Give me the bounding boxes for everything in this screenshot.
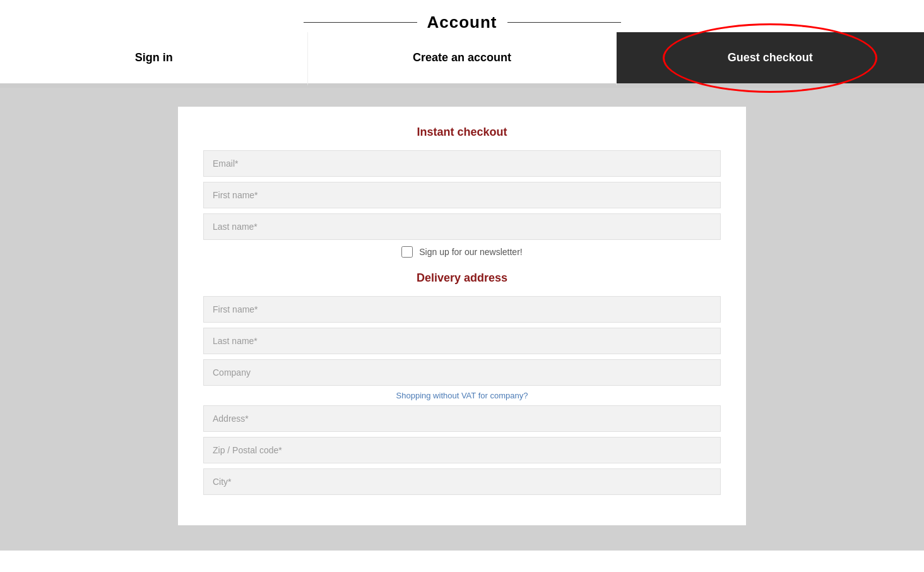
account-title-row: Account	[0, 13, 924, 32]
delivery-last-name-field[interactable]	[203, 328, 721, 354]
instant-first-name-field[interactable]	[203, 182, 721, 208]
company-field[interactable]	[203, 359, 721, 386]
address-field[interactable]	[203, 405, 721, 432]
main-content: Instant checkout Sign up for our newslet…	[0, 88, 924, 551]
page-title: Account	[427, 13, 497, 32]
city-field[interactable]	[203, 468, 721, 495]
newsletter-checkbox[interactable]	[401, 246, 413, 258]
delivery-address-title: Delivery address	[203, 271, 721, 285]
vat-link[interactable]: Shopping without VAT for company?	[203, 391, 721, 400]
title-line-left	[304, 22, 417, 23]
instant-checkout-title: Instant checkout	[203, 126, 721, 139]
tab-sign-in[interactable]: Sign in	[0, 32, 308, 86]
zip-field[interactable]	[203, 437, 721, 463]
tabs-row: Sign in Create an account Guest checkout	[0, 32, 924, 88]
instant-checkout-section: Instant checkout Sign up for our newslet…	[203, 126, 721, 258]
tab-create-account[interactable]: Create an account	[308, 32, 616, 86]
tab-guest-checkout[interactable]: Guest checkout	[617, 32, 924, 86]
account-header: Account Sign in Create an account Guest …	[0, 0, 924, 88]
newsletter-row: Sign up for our newsletter!	[203, 246, 721, 258]
delivery-address-section: Delivery address Shopping without VAT fo…	[203, 271, 721, 495]
title-line-right	[507, 22, 621, 23]
delivery-first-name-field[interactable]	[203, 296, 721, 323]
instant-last-name-field[interactable]	[203, 213, 721, 240]
form-card: Instant checkout Sign up for our newslet…	[178, 107, 746, 525]
newsletter-label: Sign up for our newsletter!	[419, 247, 522, 257]
email-field[interactable]	[203, 150, 721, 177]
